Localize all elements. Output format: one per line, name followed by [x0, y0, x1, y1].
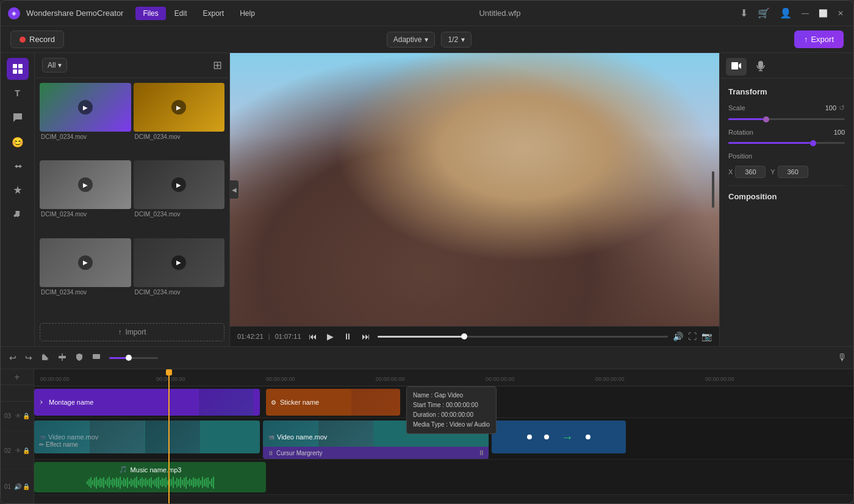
play-button[interactable]: ▶ [325, 330, 336, 343]
tab-video[interactable] [726, 58, 747, 76]
playhead[interactable] [168, 369, 170, 503]
cart-icon[interactable]: 🛒 [755, 6, 772, 20]
motion-arrow-icon: → [561, 430, 573, 444]
volume-icon[interactable]: 🔊 [673, 332, 683, 341]
window-title: Untitled.wfp [262, 9, 737, 18]
split-button[interactable] [56, 352, 69, 364]
grid-view-icon[interactable]: ⊞ [213, 59, 222, 72]
clip-sticker[interactable]: ⚙ Sticker name [266, 389, 400, 416]
media-item[interactable]: ▶ DCIM_0234.mov [134, 160, 225, 235]
close-icon[interactable]: ✕ [835, 8, 846, 19]
menu-bar: Files Edit Export Help [135, 7, 262, 20]
toolbar-right: ↑ Export [794, 30, 844, 48]
sidebar-item-pin[interactable] [7, 204, 29, 226]
fullscreen-icon[interactable]: ⛶ [688, 332, 697, 341]
export-button[interactable]: ↑ Export [794, 30, 844, 48]
eye-icon-02[interactable]: 👁 [15, 447, 21, 454]
montage-name: Montage name [49, 399, 93, 406]
track-01: 🎵 Music name.mp3 [34, 460, 853, 495]
title-bar-controls: ⬇ 🛒 👤 — ⬜ ✕ [737, 6, 846, 20]
ratio-dropdown[interactable]: 1/2 ▾ [441, 32, 472, 48]
reset-scale-icon[interactable]: ↺ [839, 104, 845, 112]
menu-files[interactable]: Files [135, 7, 165, 20]
skip-back-button[interactable]: ⏮ [306, 330, 320, 343]
zoom-range [109, 357, 158, 359]
menu-edit[interactable]: Edit [167, 7, 195, 20]
rotation-slider[interactable] [728, 142, 845, 144]
tab-audio[interactable] [750, 58, 771, 76]
main-content: T 😊 All ▾ ⊞ [1, 53, 853, 346]
chevron-down-icon: ▾ [461, 35, 465, 44]
import-button[interactable]: ↑ Import [40, 323, 224, 341]
clip-montage[interactable]: Montage name [34, 389, 260, 416]
sidebar-item-emoji[interactable]: 😊 [7, 131, 29, 153]
add-track-button[interactable]: + [1, 369, 34, 385]
ruler-time-1: 00:00:00:00 [156, 376, 185, 382]
media-filename: DCIM_0234.mov [40, 211, 131, 218]
shield-button[interactable] [73, 352, 86, 364]
svg-rect-2 [13, 69, 17, 74]
redo-button[interactable]: ↪ [23, 352, 35, 364]
sidebar-item-media[interactable] [7, 58, 29, 80]
media-grid: ▶ DCIM_0234.mov ▶ DCIM_0234.mov ▶ DCIM_0… [35, 78, 229, 318]
screenshot-icon[interactable]: 📷 [702, 332, 712, 341]
clip-music[interactable]: 🎵 Music name.mp3 [34, 462, 266, 492]
media-filename: DCIM_0234.mov [134, 133, 225, 140]
media-item[interactable]: ▶ DCIM_0234.mov [40, 83, 131, 158]
svg-rect-0 [13, 64, 17, 68]
progress-thumb [461, 333, 467, 339]
microphone-icon[interactable]: 🎙 [838, 352, 847, 363]
media-filter-dropdown[interactable]: All ▾ [42, 58, 67, 73]
tooltip-start-time: Start Time : 00:00:00:00 [413, 400, 490, 410]
cursor-bar: ⏸ Cursur Margrerty ⏸ [263, 447, 489, 459]
play-overlay: ▶ [78, 255, 93, 270]
menu-export[interactable]: Export [195, 7, 231, 20]
lock-icon-01[interactable]: 🔒 [23, 483, 30, 490]
audio-waveform [87, 477, 214, 489]
media-item[interactable]: ▶ DCIM_0234.mov [134, 238, 225, 313]
media-item[interactable]: ▶ DCIM_0234.mov [134, 83, 225, 158]
media-item[interactable]: ▶ DCIM_0234.mov [40, 238, 131, 313]
video-preview: ◀ [230, 53, 719, 326]
adaptive-dropdown[interactable]: Adaptive ▾ [387, 32, 436, 48]
ruler-time-2: 00:00:00:00 [266, 376, 295, 382]
screen-button[interactable] [90, 352, 103, 364]
clip-video-1[interactable]: 📹 Video name.mov [34, 421, 260, 453]
x-input[interactable] [735, 166, 766, 178]
lock-icon-02[interactable]: 🔒 [23, 447, 30, 454]
minimize-icon[interactable]: — [799, 8, 811, 19]
volume-icon-01[interactable]: 🔊 [14, 483, 21, 490]
clip-motion[interactable]: → [492, 421, 626, 453]
sidebar-item-arrows[interactable] [7, 155, 29, 177]
download-icon[interactable]: ⬇ [737, 6, 750, 20]
crop-button[interactable] [38, 352, 52, 364]
sidebar-item-comments[interactable] [7, 107, 29, 129]
scroll-indicator[interactable] [712, 171, 714, 208]
user-icon[interactable]: 👤 [777, 6, 794, 20]
maximize-icon[interactable]: ⬜ [816, 8, 830, 19]
scale-slider[interactable] [728, 118, 845, 120]
sidebar-item-text[interactable]: T [7, 82, 29, 104]
undo-button[interactable]: ↩ [7, 352, 19, 364]
y-input[interactable] [778, 166, 808, 178]
timeline-labels: + 03 👁 🔒 02 👁 🔒 [1, 369, 34, 503]
rotation-label: Rotation [728, 129, 753, 136]
collapse-panel-icon[interactable]: ◀ [230, 180, 239, 199]
eye-icon-03[interactable]: 👁 [15, 413, 21, 419]
video-frame [230, 53, 719, 326]
motion-dot-2 [544, 435, 549, 439]
total-time: 01:07:11 [275, 333, 301, 340]
track-label-01: 01 🔊 🔒 [1, 470, 34, 503]
progress-bar[interactable] [378, 336, 668, 338]
record-button[interactable]: Record [10, 30, 64, 48]
tooltip-name: Name : Gap Video [413, 391, 490, 400]
sidebar-item-effects[interactable] [7, 180, 29, 202]
media-item[interactable]: ▶ DCIM_0234.mov [40, 160, 131, 235]
track-label-02: 02 👁 🔒 [1, 431, 34, 470]
skip-forward-button[interactable]: ⏭ [359, 330, 373, 343]
menu-help[interactable]: Help [232, 7, 262, 20]
sticker-name: Sticker name [280, 399, 319, 406]
play-overlay: ▶ [171, 100, 186, 115]
lock-icon-03[interactable]: 🔒 [23, 413, 30, 419]
pause-button[interactable]: ⏸ [341, 330, 354, 343]
